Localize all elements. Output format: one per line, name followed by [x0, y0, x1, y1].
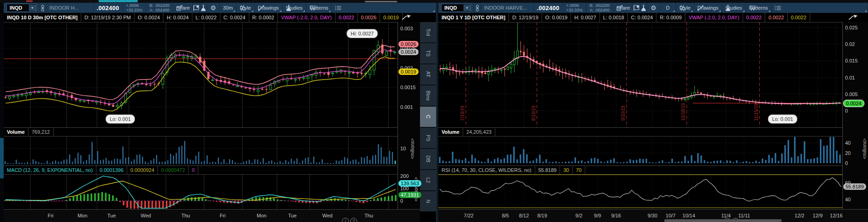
axis-bubble: 0.0019: [398, 68, 419, 75]
share-button[interactable]: Share: [613, 3, 633, 13]
symbol-dropdown-icon[interactable]: ▼: [464, 5, 470, 11]
share-icon: [616, 5, 623, 11]
axis-tick-label: 40: [845, 140, 851, 146]
volume-pane[interactable]: [438, 136, 842, 165]
candlestick-chart: 7/19/198/16/199/20/1910/18/1911/15/19: [438, 22, 842, 127]
info-icon[interactable]: i: [342, 218, 349, 222]
style-button[interactable]: Style: [676, 3, 694, 13]
axis-tick-label: 0.003: [400, 26, 413, 31]
style-button[interactable]: Style: [236, 3, 254, 13]
beaker-icon: [201, 5, 206, 11]
axis-tick-label: 40: [845, 197, 851, 202]
chart-header-right: INQD 1 Y 1D [OTC OTHER] D: 12/19/19O: 0.…: [438, 13, 868, 23]
candles-icon: [240, 5, 246, 11]
axis-tick-label: 20: [845, 150, 851, 156]
expiration-line-label: 9/20/19: [621, 105, 626, 121]
volume-pane[interactable]: [4, 136, 398, 165]
chart-panel-right: INQD ▼ INDOOR HARVE... .002400 +.0006+33…: [438, 3, 868, 222]
settings-button[interactable]: ⚙: [207, 3, 220, 13]
axis-tick-label: 0.01: [845, 75, 855, 80]
chart-mode-icon[interactable]: [848, 14, 859, 21]
change-abs: +.0006: [126, 3, 143, 8]
field-value: 0.0000472: [161, 167, 185, 173]
field-value: 0.0022: [339, 15, 354, 20]
symbol-input[interactable]: INQD ▼: [441, 4, 471, 12]
field-value: D: 12/19/19 2:30 PM: [84, 15, 131, 20]
timeframe-button[interactable]: 30m: [220, 3, 236, 13]
timeframe-button[interactable]: D: [660, 3, 676, 13]
studies-button[interactable]: Studies: [283, 3, 307, 13]
rsi-value: 55.8189: [535, 166, 560, 174]
sidebar-tab-ts[interactable]: TS: [420, 43, 436, 63]
drawings-button[interactable]: Drawings: [694, 3, 722, 13]
last-price: .002400: [534, 3, 563, 13]
expiration-line-label: 7/19/19: [460, 105, 465, 121]
alerts-button[interactable]: [193, 3, 200, 13]
sidebar-tab-btns[interactable]: Btns: [420, 85, 436, 106]
patterns-icon: [749, 5, 756, 11]
volume-header: Volume 24,205,423: [438, 127, 868, 137]
rsi-chart: [438, 174, 842, 209]
time-axis-label: Tue: [107, 213, 116, 218]
symbol-input[interactable]: INQD ▼: [6, 4, 36, 12]
price-chart-area[interactable]: 7/19/198/16/199/20/1910/18/1911/15/19: [438, 22, 842, 127]
analysis-tools-button[interactable]: [640, 3, 647, 13]
sidebar-tab-db[interactable]: DB: [420, 149, 436, 169]
chart-mode-icon[interactable]: [401, 14, 412, 21]
link-charts-button[interactable]: [39, 3, 46, 13]
ohlc-field: C: 0.0024: [220, 13, 249, 22]
macd-pane[interactable]: [4, 174, 398, 209]
sidebar-tab-n[interactable]: N: [420, 191, 436, 211]
patterns-icon: [309, 5, 316, 11]
ohlc-fields: D: 12/19/19O: 0.0019H: 0.0027L: 0.0018C:…: [509, 13, 685, 22]
company-name: INDOOR HARVE...: [481, 3, 534, 13]
help-icon[interactable]: ?: [350, 218, 357, 222]
sidebar-tab-c[interactable]: C: [420, 107, 436, 127]
time-axis-label: Thu: [181, 213, 190, 218]
time-axis-label: Fri: [48, 213, 54, 218]
time-axis-label: 12/2: [795, 213, 804, 218]
time-axis-label: 11/4: [721, 213, 731, 218]
ohlc-field: D: 12/19/19: [509, 13, 542, 22]
vwap-values: 0.00220.00220.0022: [743, 13, 810, 22]
rsi-pane[interactable]: [438, 174, 842, 209]
field-value: H: 0.0027: [574, 15, 596, 20]
field-value: 0.0000924: [130, 167, 154, 173]
time-axis-label: 11/11: [738, 213, 750, 218]
volume-chart: [438, 136, 842, 165]
tos-workspace: INQD ▼ INDOOR H... .002400 +.0006+33.33%…: [0, 0, 868, 222]
vwap-value: 0.0022: [788, 13, 810, 22]
sidebar-tab-l2[interactable]: L2: [420, 170, 436, 190]
chart-header-left: INQD 10 D 30m [OTC OTHER] D: 12/19/19 2:…: [4, 13, 420, 23]
analysis-tools-button[interactable]: [200, 3, 207, 13]
link-charts-button[interactable]: [474, 3, 481, 13]
chart-menu-button[interactable]: [772, 3, 868, 13]
axis-bubble: 139.563: [398, 180, 421, 187]
time-axis-label: 10/7: [666, 213, 675, 218]
symbol-dropdown-icon[interactable]: ▼: [29, 5, 36, 11]
axis-tick-label: 0: [845, 108, 848, 114]
time-axis: 7/228/58/128/199/29/99/169/3010/710/1411…: [438, 209, 868, 222]
vwap-value: 0.0022: [336, 13, 358, 22]
sidebar-tab-at[interactable]: AT: [420, 64, 436, 85]
settings-button[interactable]: ⚙: [647, 3, 660, 13]
patterns-button[interactable]: Patterns: [746, 3, 772, 13]
patterns-button[interactable]: Patterns: [306, 3, 332, 13]
drawings-button[interactable]: Drawings: [255, 3, 283, 13]
studies-button[interactable]: Studies: [722, 3, 746, 13]
share-button[interactable]: Share: [173, 3, 193, 13]
price-axis[interactable]: 0.0250.020.0150.010.0050402006040: [842, 22, 868, 209]
hi-annotation: Hi: 0.0027: [347, 29, 378, 38]
field-value: O: 0.0019: [545, 15, 567, 20]
chart-panel-left: INQD ▼ INDOOR H... .002400 +.0006+33.33%…: [4, 3, 436, 222]
sidebar-tab-trd[interactable]: Trd: [420, 22, 436, 42]
axis-tick-label: 0.001: [400, 104, 413, 110]
ohlc-field: H: 0.0024: [163, 13, 192, 22]
time-axis-label: 9/30: [648, 213, 657, 218]
h-scrollbar-thumb[interactable]: [664, 219, 782, 222]
chart-menu-button[interactable]: [332, 3, 436, 13]
price-chart-area[interactable]: [4, 22, 398, 127]
chart-toolbar-right: INQD ▼ INDOOR HARVE... .002400 +.0006+33…: [438, 3, 868, 13]
sidebar-tab-ps[interactable]: PS: [420, 128, 436, 148]
alerts-button[interactable]: [633, 3, 640, 13]
